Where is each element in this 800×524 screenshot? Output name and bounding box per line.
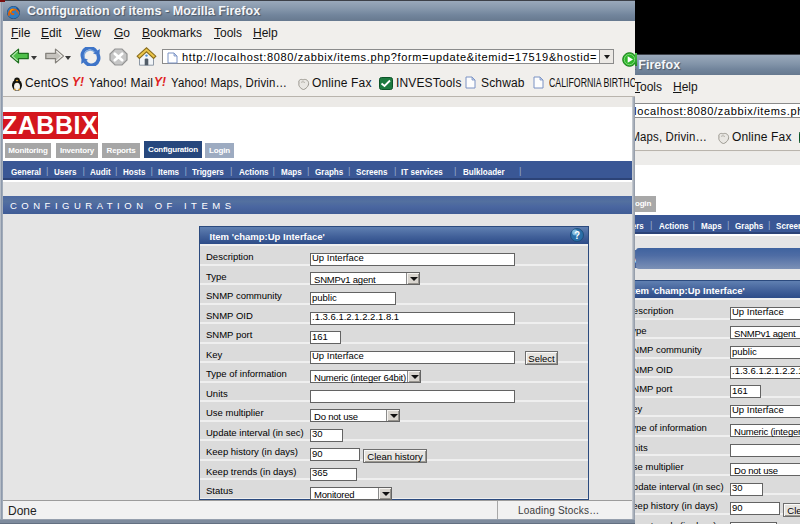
svg-text:?: ?: [574, 230, 580, 241]
